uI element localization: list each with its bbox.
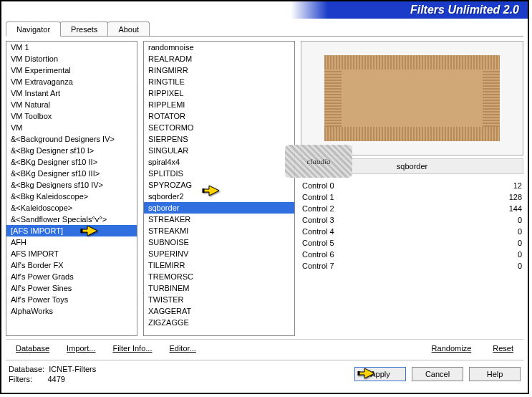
category-item[interactable]: VM Natural <box>6 99 137 110</box>
category-list[interactable]: VM 1VM DistortionVM ExperimentalVM Extra… <box>6 41 137 336</box>
filter-item[interactable]: SECTORMO <box>144 122 294 133</box>
filter-item[interactable]: STREAKMI <box>144 225 294 236</box>
control-slider[interactable] <box>349 239 496 247</box>
control-slider[interactable] <box>349 228 496 235</box>
filter-item[interactable]: SPLITDIS <box>144 168 294 179</box>
filter-item[interactable]: sqborder <box>144 202 294 214</box>
filter-item[interactable]: XAGGERAT <box>144 305 294 317</box>
right-panel: sqborder Control 012Control 1128Control … <box>301 41 523 335</box>
cancel-button[interactable]: Cancel <box>412 367 463 381</box>
control-slider[interactable] <box>349 216 496 224</box>
filter-item[interactable]: TURBINEM <box>144 282 294 294</box>
preview-area <box>301 41 523 156</box>
category-item[interactable]: &<Sandflower Specials°v°> <box>6 214 137 225</box>
filter-item[interactable]: ZIGZAGGE <box>144 317 294 328</box>
category-item[interactable]: VM Toolbox <box>6 110 137 122</box>
filter-item[interactable]: RINGTILE <box>144 76 294 87</box>
filter-item[interactable]: randomnoise <box>144 42 294 53</box>
control-row: Control 012 <box>301 180 523 191</box>
category-item[interactable]: VM 1 <box>6 42 137 53</box>
category-item[interactable]: AFS IMPORT <box>6 248 137 259</box>
filter-item[interactable]: TWISTER <box>144 294 294 305</box>
tool-import[interactable]: Import... <box>67 344 95 353</box>
control-label: Control 6 <box>302 250 345 259</box>
category-item[interactable]: &<BKg Designer sf10 III> <box>6 168 137 179</box>
control-value: 144 <box>500 204 522 213</box>
control-value: 12 <box>500 181 522 190</box>
tab-navigator[interactable]: Navigator <box>6 21 61 37</box>
category-item[interactable]: &<BKg Designer sf10 II> <box>6 156 137 168</box>
control-row: Control 40 <box>301 226 523 237</box>
category-item[interactable]: VM Extravaganza <box>6 76 137 87</box>
tool-editor[interactable]: Editor... <box>169 344 195 353</box>
category-item[interactable]: &<Bkg Kaleidoscope> <box>6 191 137 202</box>
control-label: Control 1 <box>302 193 345 201</box>
control-slider[interactable] <box>349 193 496 201</box>
tool-reset[interactable]: Reset <box>493 344 513 353</box>
control-label: Control 2 <box>302 204 345 213</box>
filter-item[interactable]: TILEMIRR <box>144 259 294 271</box>
status-bar: Database: ICNET-Filters Filters: 4479 Ap… <box>6 360 523 388</box>
control-slider[interactable] <box>349 262 496 269</box>
filter-item[interactable]: SIERPENS <box>144 133 294 145</box>
filter-item[interactable]: STREAKER <box>144 214 294 225</box>
tool-database[interactable]: Database <box>16 344 49 353</box>
control-slider[interactable] <box>349 251 496 258</box>
toolbar: Database Import... Filter Info... Editor… <box>6 339 523 357</box>
control-value: 0 <box>500 239 522 247</box>
help-button[interactable]: Help <box>469 367 521 381</box>
control-row: Control 60 <box>301 249 523 260</box>
control-label: Control 4 <box>302 227 345 236</box>
filter-item[interactable]: RINGMIRR <box>144 64 294 76</box>
title-bar: Filters Unlimited 2.0 <box>1 1 528 19</box>
category-item[interactable]: VM <box>6 122 137 133</box>
category-item[interactable]: VM Distortion <box>6 53 137 64</box>
category-item[interactable]: &<Background Designers IV> <box>6 133 137 145</box>
filter-item[interactable]: spiral4x4 <box>144 156 294 168</box>
filter-item[interactable]: sqborder2 <box>144 191 294 202</box>
control-row: Control 1128 <box>301 191 523 203</box>
category-item[interactable]: Alf's Power Toys <box>6 294 137 305</box>
status-filters-value: 4479 <box>47 375 64 383</box>
content-body: VM 1VM DistortionVM ExperimentalVM Extra… <box>1 37 528 339</box>
filter-item[interactable]: SUPERINV <box>144 248 294 259</box>
category-item[interactable]: &<Bkg Designer sf10 I> <box>6 145 137 156</box>
control-label: Control 5 <box>302 239 345 247</box>
status-filters-label: Filters: <box>9 375 32 383</box>
filter-item[interactable]: ROTATOR <box>144 110 294 122</box>
control-value: 0 <box>500 250 522 259</box>
control-slider[interactable] <box>349 205 496 212</box>
category-item[interactable]: AFH <box>6 236 137 248</box>
filter-item[interactable]: RIPPIXEL <box>144 87 294 99</box>
category-item[interactable]: Alf's Border FX <box>6 259 137 271</box>
control-row: Control 50 <box>301 237 523 249</box>
tab-presets[interactable]: Presets <box>60 21 108 36</box>
category-item[interactable]: [AFS IMPORT] <box>6 225 137 236</box>
filter-item[interactable]: SINGULAR <box>144 145 294 156</box>
category-item[interactable]: &<Kaleidoscope> <box>6 202 137 214</box>
control-value: 128 <box>500 193 522 201</box>
filter-item[interactable]: REALRADM <box>144 53 294 64</box>
category-item[interactable]: AlphaWorks <box>6 305 137 317</box>
category-item[interactable]: Alf's Power Sines <box>6 282 137 294</box>
control-row: Control 2144 <box>301 203 523 214</box>
filter-item[interactable]: RIPPLEMI <box>144 99 294 110</box>
watermark: claudia <box>285 145 352 178</box>
category-item[interactable]: VM Instant Art <box>6 87 137 99</box>
control-slider[interactable] <box>349 182 496 189</box>
tab-about[interactable]: About <box>107 21 150 36</box>
filter-list[interactable]: randomnoiseREALRADMRINGMIRRRINGTILERIPPI… <box>143 41 295 336</box>
preview-image <box>324 55 500 141</box>
category-item[interactable]: &<Bkg Designers sf10 IV> <box>6 179 137 191</box>
filter-item[interactable]: SUBNOISE <box>144 236 294 248</box>
control-label: Control 0 <box>302 181 345 190</box>
tool-randomize[interactable]: Randomize <box>432 344 472 353</box>
filter-item[interactable]: TREMORSC <box>144 271 294 282</box>
filter-item[interactable]: SPYROZAG <box>144 179 294 191</box>
status-info: Database: ICNET-Filters Filters: 4479 <box>9 365 96 383</box>
apply-button[interactable]: Apply <box>354 367 406 381</box>
tool-filter-info[interactable]: Filter Info... <box>112 344 152 353</box>
category-item[interactable]: Alf's Power Grads <box>6 271 137 282</box>
controls-panel: Control 012Control 1128Control 2144Contr… <box>301 180 523 335</box>
category-item[interactable]: VM Experimental <box>6 64 137 76</box>
